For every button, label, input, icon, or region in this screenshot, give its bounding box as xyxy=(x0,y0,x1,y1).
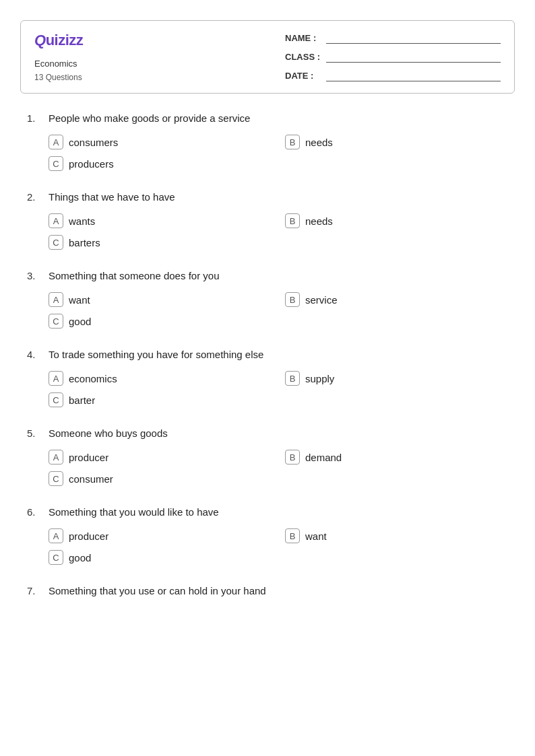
question-3: 3. Something that someone does for you A… xyxy=(27,270,508,329)
answer-5a-text: producer xyxy=(69,452,108,463)
header-left: Quizizz Economics 13 Questions xyxy=(34,32,83,82)
class-row: CLASS : xyxy=(285,50,501,63)
answer-6b-letter: B xyxy=(285,528,300,543)
question-6-text: Something that you would like to have xyxy=(49,506,508,518)
answer-6a: A producer xyxy=(49,528,272,543)
answer-2a-text: wants xyxy=(69,215,95,227)
answer-4a-letter: A xyxy=(49,371,63,386)
question-5: 5. Someone who buys goods A producer B d… xyxy=(27,427,508,486)
answer-1b-letter: B xyxy=(285,135,300,149)
answer-2c-text: barters xyxy=(69,237,100,248)
page: Quizizz Economics 13 Questions NAME : CL… xyxy=(0,0,535,756)
question-5-text: Someone who buys goods xyxy=(49,427,508,439)
answer-1a: A consumers xyxy=(49,135,272,149)
question-7: 7. Something that you use or can hold in… xyxy=(27,585,508,596)
logo-text: Quizizz xyxy=(34,32,83,49)
question-4-answers: A economics B supply C barter xyxy=(27,371,508,407)
answer-2c: C barters xyxy=(49,235,272,250)
answer-6c: C good xyxy=(49,550,272,565)
question-2: 2. Things that we have to have A wants B… xyxy=(27,191,508,250)
question-3-answers: A want B service C good xyxy=(27,292,508,329)
answer-4a: A economics xyxy=(49,371,272,386)
answer-3a-text: want xyxy=(69,294,90,306)
answer-5a: A producer xyxy=(49,450,272,465)
question-1-answers: A consumers B needs C producers xyxy=(27,135,508,171)
question-7-text: Something that you use or can hold in yo… xyxy=(49,585,508,596)
answer-6c-letter: C xyxy=(49,550,63,565)
answer-6a-letter: A xyxy=(49,528,63,543)
answer-2b-text: needs xyxy=(305,215,333,227)
question-3-number: 3. xyxy=(27,270,42,281)
question-4-text: To trade something you have for somethin… xyxy=(49,349,508,360)
answer-3a-letter: A xyxy=(49,292,63,307)
answer-4b: B supply xyxy=(285,371,508,386)
answer-4a-text: economics xyxy=(69,373,117,384)
answer-2a-letter: A xyxy=(49,213,63,228)
answer-4b-text: supply xyxy=(305,373,334,384)
questions-count: 13 Questions xyxy=(34,73,83,82)
answer-1c: C producers xyxy=(49,156,272,171)
answer-3b: B service xyxy=(285,292,508,307)
question-1-number: 1. xyxy=(27,112,42,124)
question-4-number: 4. xyxy=(27,349,42,360)
answer-4c-text: barter xyxy=(69,394,95,406)
answer-5c-letter: C xyxy=(49,471,63,486)
answer-5b-letter: B xyxy=(285,450,300,465)
class-label: CLASS : xyxy=(285,52,322,62)
question-5-number: 5. xyxy=(27,427,42,439)
answer-4c-letter: C xyxy=(49,392,63,407)
answer-6a-text: producer xyxy=(69,530,108,542)
question-3-text: Something that someone does for you xyxy=(49,270,508,281)
answer-5c: C consumer xyxy=(49,471,272,486)
answer-3c: C good xyxy=(49,314,272,329)
answer-4b-letter: B xyxy=(285,371,300,386)
answer-5c-text: consumer xyxy=(69,473,113,485)
date-input[interactable] xyxy=(326,69,501,81)
questions-section: 1. People who make goods or provide a se… xyxy=(20,112,515,596)
question-1-text: People who make goods or provide a servi… xyxy=(49,112,508,124)
answer-2b-letter: B xyxy=(285,213,300,228)
answer-4c: C barter xyxy=(49,392,272,407)
name-label: NAME : xyxy=(285,33,322,43)
answer-2c-letter: C xyxy=(49,235,63,250)
header-fields: NAME : CLASS : DATE : xyxy=(285,32,501,81)
question-2-answers: A wants B needs C barters xyxy=(27,213,508,250)
name-input[interactable] xyxy=(326,32,501,44)
answer-1c-text: producers xyxy=(69,158,114,170)
answer-2b: B needs xyxy=(285,213,508,228)
answer-3b-text: service xyxy=(305,294,338,306)
answer-3a: A want xyxy=(49,292,272,307)
logo-q: Q xyxy=(34,32,46,48)
subject-title: Economics xyxy=(34,59,83,69)
question-2-text: Things that we have to have xyxy=(49,191,508,203)
answer-1c-letter: C xyxy=(49,156,63,171)
question-4: 4. To trade something you have for somet… xyxy=(27,349,508,407)
question-1: 1. People who make goods or provide a se… xyxy=(27,112,508,171)
answer-5b-text: demand xyxy=(305,452,342,463)
answer-6b: B want xyxy=(285,528,508,543)
question-6-answers: A producer B want C good xyxy=(27,528,508,565)
answer-3c-letter: C xyxy=(49,314,63,329)
date-label: DATE : xyxy=(285,71,322,81)
question-6: 6. Something that you would like to have… xyxy=(27,506,508,565)
question-6-number: 6. xyxy=(27,506,42,518)
header-box: Quizizz Economics 13 Questions NAME : CL… xyxy=(20,20,515,94)
question-7-number: 7. xyxy=(27,585,42,596)
answer-1b-text: needs xyxy=(305,137,333,148)
answer-1b: B needs xyxy=(285,135,508,149)
logo: Quizizz xyxy=(34,32,83,49)
question-5-answers: A producer B demand C consumer xyxy=(27,450,508,486)
answer-1a-text: consumers xyxy=(69,137,118,148)
answer-3c-text: good xyxy=(69,316,91,327)
answer-2a: A wants xyxy=(49,213,272,228)
answer-5b: B demand xyxy=(285,450,508,465)
answer-1a-letter: A xyxy=(49,135,63,149)
class-input[interactable] xyxy=(326,50,501,63)
question-2-number: 2. xyxy=(27,191,42,203)
answer-6c-text: good xyxy=(69,552,91,563)
name-row: NAME : xyxy=(285,32,501,44)
answer-3b-letter: B xyxy=(285,292,300,307)
date-row: DATE : xyxy=(285,69,501,81)
answer-5a-letter: A xyxy=(49,450,63,465)
answer-6b-text: want xyxy=(305,530,327,542)
